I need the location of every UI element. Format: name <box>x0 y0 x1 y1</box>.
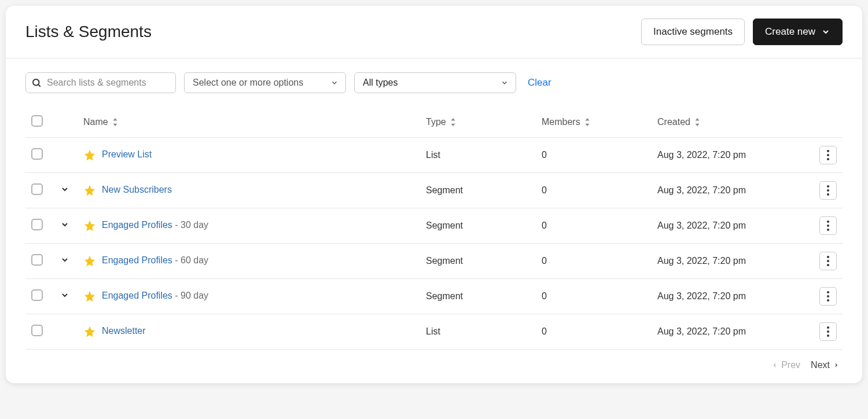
svg-point-23 <box>827 295 829 297</box>
row-checkbox[interactable] <box>31 183 43 195</box>
row-actions-menu[interactable] <box>819 287 837 306</box>
lists-table: Name Type Members <box>25 107 843 350</box>
sort-by-created[interactable]: Created <box>657 117 701 127</box>
row-name-link[interactable]: Engaged Profiles <box>102 291 172 300</box>
next-label: Next <box>811 360 830 370</box>
types-select-value: All types <box>363 78 398 88</box>
row-actions-menu[interactable] <box>819 181 837 200</box>
column-members-label: Members <box>542 117 580 127</box>
star-icon[interactable] <box>83 184 96 197</box>
star-icon[interactable] <box>83 149 96 161</box>
table-row: Engaged Profiles - 30 daySegment0Aug 3, … <box>25 208 843 244</box>
row-members: 0 <box>542 185 547 195</box>
row-type: Segment <box>426 256 463 266</box>
search-icon <box>31 78 42 88</box>
prev-page[interactable]: Prev <box>772 360 800 370</box>
sort-by-type[interactable]: Type <box>426 117 457 127</box>
svg-point-21 <box>827 264 829 266</box>
svg-point-0 <box>33 79 39 86</box>
row-checkbox[interactable] <box>31 289 43 301</box>
row-checkbox[interactable] <box>31 148 43 160</box>
svg-point-19 <box>827 256 829 258</box>
row-type: Segment <box>426 291 463 301</box>
row-created: Aug 3, 2022, 7:20 pm <box>657 326 746 336</box>
sort-by-name[interactable]: Name <box>83 117 119 127</box>
row-members: 0 <box>542 291 547 301</box>
search-input[interactable] <box>25 72 176 93</box>
svg-point-27 <box>827 335 829 337</box>
svg-marker-6 <box>585 118 589 120</box>
tags-select[interactable]: Select one or more options <box>184 72 346 93</box>
expand-toggle[interactable] <box>60 291 69 300</box>
create-new-label: Create new <box>765 26 815 38</box>
row-members: 0 <box>542 150 547 160</box>
chevron-down-icon <box>330 79 339 87</box>
inactive-segments-button[interactable]: Inactive segments <box>641 19 745 45</box>
svg-line-1 <box>38 84 40 86</box>
expand-toggle[interactable] <box>60 185 69 194</box>
svg-point-26 <box>827 330 829 333</box>
svg-marker-7 <box>585 124 589 126</box>
row-actions-menu[interactable] <box>819 322 837 341</box>
page-header: Lists & Segments Inactive segments Creat… <box>6 6 862 58</box>
row-type: List <box>426 326 440 336</box>
row-name-link[interactable]: New Subscribers <box>102 185 172 194</box>
column-name-label: Name <box>83 117 108 127</box>
row-actions-menu[interactable] <box>819 146 837 164</box>
prev-label: Prev <box>781 360 800 370</box>
chevron-left-icon <box>772 361 778 369</box>
row-checkbox[interactable] <box>31 254 43 266</box>
star-icon[interactable] <box>83 255 96 267</box>
svg-marker-5 <box>451 124 455 126</box>
sort-by-members[interactable]: Members <box>542 117 591 127</box>
row-name-suffix: - 90 day <box>172 291 208 300</box>
pagination: Prev Next <box>6 350 862 383</box>
page-title: Lists & Segments <box>25 23 152 41</box>
row-name-link[interactable]: Engaged Profiles <box>102 255 172 265</box>
star-icon[interactable] <box>83 219 96 232</box>
row-actions-menu[interactable] <box>819 216 837 235</box>
create-new-button[interactable]: Create new <box>753 19 843 45</box>
svg-point-25 <box>827 326 829 329</box>
expand-toggle[interactable] <box>60 255 69 264</box>
chevron-right-icon <box>833 361 839 369</box>
filters-bar: Select one or more options All types Cle… <box>6 58 862 101</box>
star-icon[interactable] <box>83 325 96 338</box>
row-name-link[interactable]: Preview List <box>102 149 152 159</box>
tags-select-placeholder: Select one or more options <box>193 78 303 88</box>
row-name-suffix: - 30 day <box>172 220 208 230</box>
star-icon[interactable] <box>83 290 96 303</box>
column-created-label: Created <box>657 117 690 127</box>
search-wrap <box>25 72 176 93</box>
svg-marker-4 <box>451 118 455 120</box>
row-members: 0 <box>542 326 547 336</box>
lists-segments-card: Lists & Segments Inactive segments Creat… <box>6 6 862 383</box>
svg-point-20 <box>827 260 829 262</box>
row-name-link[interactable]: Engaged Profiles <box>102 220 172 230</box>
table-row: Engaged Profiles - 90 daySegment0Aug 3, … <box>25 279 843 314</box>
sort-icon <box>112 118 119 126</box>
row-name-link[interactable]: Newsletter <box>102 326 146 336</box>
row-checkbox[interactable] <box>31 325 43 336</box>
svg-marker-8 <box>695 118 699 120</box>
row-type: List <box>426 150 440 160</box>
next-page[interactable]: Next <box>811 360 839 370</box>
clear-filters-link[interactable]: Clear <box>528 77 551 89</box>
expand-toggle[interactable] <box>60 220 69 229</box>
chevron-down-icon <box>501 79 509 87</box>
row-actions-menu[interactable] <box>819 252 837 270</box>
svg-marker-9 <box>695 124 699 126</box>
svg-marker-3 <box>113 124 117 126</box>
row-created: Aug 3, 2022, 7:20 pm <box>657 185 746 195</box>
svg-marker-2 <box>113 118 117 120</box>
svg-point-10 <box>827 150 829 152</box>
row-checkbox[interactable] <box>31 219 43 230</box>
row-created: Aug 3, 2022, 7:20 pm <box>657 150 746 160</box>
select-all-checkbox[interactable] <box>31 115 43 127</box>
row-members: 0 <box>542 256 547 266</box>
table-row: New SubscribersSegment0Aug 3, 2022, 7:20… <box>25 173 843 208</box>
svg-point-18 <box>827 229 829 231</box>
row-created: Aug 3, 2022, 7:20 pm <box>657 220 746 230</box>
chevron-down-icon <box>821 27 830 36</box>
types-select[interactable]: All types <box>354 72 516 93</box>
